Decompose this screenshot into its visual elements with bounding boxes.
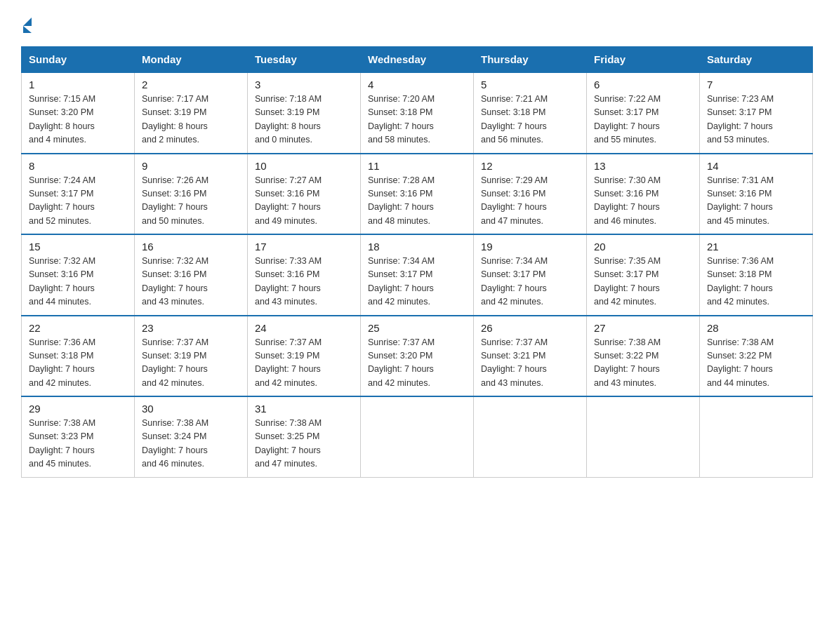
day-info: Sunrise: 7:37 AMSunset: 3:21 PMDaylight:… [481,336,579,391]
table-row: 6Sunrise: 7:22 AMSunset: 3:17 PMDaylight… [587,72,700,154]
day-number: 22 [29,322,127,334]
table-row: 2Sunrise: 7:17 AMSunset: 3:19 PMDaylight… [135,72,248,154]
table-row: 26Sunrise: 7:37 AMSunset: 3:21 PMDayligh… [474,316,587,397]
day-number: 7 [707,79,805,90]
day-number: 27 [594,322,692,334]
day-number: 9 [142,160,240,172]
calendar-week-row: 15Sunrise: 7:32 AMSunset: 3:16 PMDayligh… [22,234,813,316]
day-number: 1 [29,79,127,90]
table-row: 23Sunrise: 7:37 AMSunset: 3:19 PMDayligh… [135,316,248,397]
day-info: Sunrise: 7:18 AMSunset: 3:19 PMDaylight:… [255,93,353,147]
day-info: Sunrise: 7:23 AMSunset: 3:17 PMDaylight:… [707,93,805,147]
day-info: Sunrise: 7:24 AMSunset: 3:17 PMDaylight:… [29,174,127,229]
day-info: Sunrise: 7:32 AMSunset: 3:16 PMDaylight:… [29,255,127,309]
day-number: 2 [142,79,240,90]
day-info: Sunrise: 7:30 AMSunset: 3:16 PMDaylight:… [594,174,692,229]
day-info: Sunrise: 7:38 AMSunset: 3:23 PMDaylight:… [29,417,127,471]
day-number: 29 [29,403,127,415]
table-row: 16Sunrise: 7:32 AMSunset: 3:16 PMDayligh… [135,234,248,316]
logo [21,14,32,34]
table-row: 9Sunrise: 7:26 AMSunset: 3:16 PMDaylight… [135,154,248,235]
table-row: 5Sunrise: 7:21 AMSunset: 3:18 PMDaylight… [474,72,587,154]
table-row: 21Sunrise: 7:36 AMSunset: 3:18 PMDayligh… [700,234,813,316]
page-header [21,14,813,34]
day-info: Sunrise: 7:31 AMSunset: 3:16 PMDaylight:… [707,174,805,229]
table-row: 27Sunrise: 7:38 AMSunset: 3:22 PMDayligh… [587,316,700,397]
table-row: 7Sunrise: 7:23 AMSunset: 3:17 PMDaylight… [700,72,813,154]
day-info: Sunrise: 7:37 AMSunset: 3:20 PMDaylight:… [368,336,466,391]
day-info: Sunrise: 7:34 AMSunset: 3:17 PMDaylight:… [368,255,466,309]
day-number: 25 [368,322,466,334]
col-wednesday: Wednesday [361,47,474,73]
table-row: 22Sunrise: 7:36 AMSunset: 3:18 PMDayligh… [22,316,135,397]
day-number: 28 [707,322,805,334]
day-info: Sunrise: 7:29 AMSunset: 3:16 PMDaylight:… [481,174,579,229]
day-info: Sunrise: 7:22 AMSunset: 3:17 PMDaylight:… [594,93,692,147]
day-number: 11 [368,160,466,172]
day-number: 15 [29,241,127,253]
table-row [700,396,813,477]
col-monday: Monday [135,47,248,73]
table-row: 29Sunrise: 7:38 AMSunset: 3:23 PMDayligh… [22,396,135,477]
table-row: 12Sunrise: 7:29 AMSunset: 3:16 PMDayligh… [474,154,587,235]
day-number: 30 [142,403,240,415]
day-number: 8 [29,160,127,172]
day-info: Sunrise: 7:27 AMSunset: 3:16 PMDaylight:… [255,174,353,229]
day-info: Sunrise: 7:17 AMSunset: 3:19 PMDaylight:… [142,93,240,147]
table-row: 30Sunrise: 7:38 AMSunset: 3:24 PMDayligh… [135,396,248,477]
calendar-week-row: 8Sunrise: 7:24 AMSunset: 3:17 PMDaylight… [22,154,813,235]
day-number: 23 [142,322,240,334]
table-row: 31Sunrise: 7:38 AMSunset: 3:25 PMDayligh… [248,396,361,477]
day-number: 19 [481,241,579,253]
day-number: 14 [707,160,805,172]
day-number: 3 [255,79,353,90]
day-number: 16 [142,241,240,253]
day-info: Sunrise: 7:38 AMSunset: 3:22 PMDaylight:… [707,336,805,391]
table-row: 24Sunrise: 7:37 AMSunset: 3:19 PMDayligh… [248,316,361,397]
col-thursday: Thursday [474,47,587,73]
table-row: 10Sunrise: 7:27 AMSunset: 3:16 PMDayligh… [248,154,361,235]
day-number: 12 [481,160,579,172]
day-number: 13 [594,160,692,172]
table-row: 13Sunrise: 7:30 AMSunset: 3:16 PMDayligh… [587,154,700,235]
day-number: 31 [255,403,353,415]
table-row: 19Sunrise: 7:34 AMSunset: 3:17 PMDayligh… [474,234,587,316]
table-row [587,396,700,477]
table-row: 15Sunrise: 7:32 AMSunset: 3:16 PMDayligh… [22,234,135,316]
day-number: 17 [255,241,353,253]
day-info: Sunrise: 7:36 AMSunset: 3:18 PMDaylight:… [707,255,805,309]
table-row: 17Sunrise: 7:33 AMSunset: 3:16 PMDayligh… [248,234,361,316]
calendar-week-row: 1Sunrise: 7:15 AMSunset: 3:20 PMDaylight… [22,72,813,154]
calendar-week-row: 22Sunrise: 7:36 AMSunset: 3:18 PMDayligh… [22,316,813,397]
col-sunday: Sunday [22,47,135,73]
table-row: 8Sunrise: 7:24 AMSunset: 3:17 PMDaylight… [22,154,135,235]
day-number: 10 [255,160,353,172]
table-row: 28Sunrise: 7:38 AMSunset: 3:22 PMDayligh… [700,316,813,397]
day-info: Sunrise: 7:33 AMSunset: 3:16 PMDaylight:… [255,255,353,309]
day-number: 26 [481,322,579,334]
day-info: Sunrise: 7:38 AMSunset: 3:24 PMDaylight:… [142,417,240,471]
logo-flag-icon [23,18,32,33]
day-number: 21 [707,241,805,253]
day-info: Sunrise: 7:20 AMSunset: 3:18 PMDaylight:… [368,93,466,147]
table-row: 11Sunrise: 7:28 AMSunset: 3:16 PMDayligh… [361,154,474,235]
day-number: 24 [255,322,353,334]
day-info: Sunrise: 7:28 AMSunset: 3:16 PMDaylight:… [368,174,466,229]
day-info: Sunrise: 7:36 AMSunset: 3:18 PMDaylight:… [29,336,127,391]
day-info: Sunrise: 7:38 AMSunset: 3:25 PMDaylight:… [255,417,353,471]
table-row: 4Sunrise: 7:20 AMSunset: 3:18 PMDaylight… [361,72,474,154]
table-row: 20Sunrise: 7:35 AMSunset: 3:17 PMDayligh… [587,234,700,316]
day-info: Sunrise: 7:38 AMSunset: 3:22 PMDaylight:… [594,336,692,391]
table-row [474,396,587,477]
calendar-header-row: Sunday Monday Tuesday Wednesday Thursday… [22,47,813,73]
col-friday: Friday [587,47,700,73]
table-row [361,396,474,477]
table-row: 25Sunrise: 7:37 AMSunset: 3:20 PMDayligh… [361,316,474,397]
calendar-week-row: 29Sunrise: 7:38 AMSunset: 3:23 PMDayligh… [22,396,813,477]
col-saturday: Saturday [700,47,813,73]
day-info: Sunrise: 7:21 AMSunset: 3:18 PMDaylight:… [481,93,579,147]
day-number: 20 [594,241,692,253]
day-number: 18 [368,241,466,253]
table-row: 14Sunrise: 7:31 AMSunset: 3:16 PMDayligh… [700,154,813,235]
day-number: 6 [594,79,692,90]
